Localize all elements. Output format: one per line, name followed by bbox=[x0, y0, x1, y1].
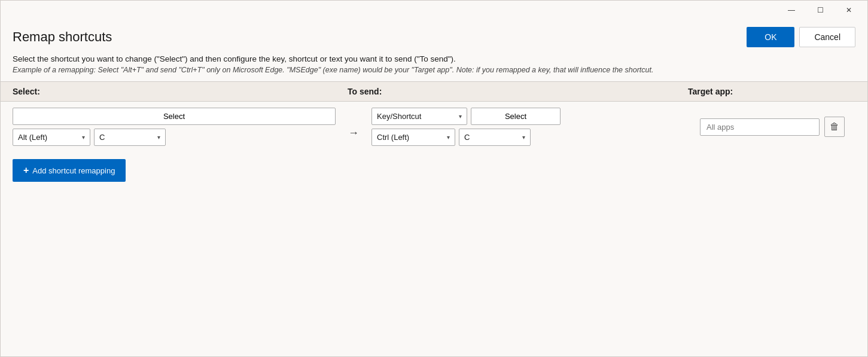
description-example: Example of a remapping: Select "Alt+T" a… bbox=[13, 66, 855, 74]
send-select-button[interactable]: Select bbox=[471, 108, 561, 125]
maximize-button[interactable]: ☐ bbox=[806, 1, 834, 20]
close-button[interactable]: ✕ bbox=[835, 1, 863, 20]
columns-header: Select: To send: Target app: bbox=[1, 81, 867, 102]
key-shortcut-dropdown[interactable]: Key/Shortcut ▾ bbox=[371, 108, 467, 125]
target-app-column-header: Target app: bbox=[688, 87, 855, 96]
c-send-dropdown[interactable]: C ▾ bbox=[459, 129, 531, 146]
ctrl-left-dropdown[interactable]: Ctrl (Left) ▾ bbox=[371, 129, 455, 146]
key-shortcut-chevron-icon: ▾ bbox=[459, 113, 462, 120]
key-shortcut-value: Key/Shortcut bbox=[377, 112, 421, 121]
target-app-section: 🗑 bbox=[688, 117, 855, 137]
c-chevron-icon: ▾ bbox=[157, 134, 160, 141]
plus-icon: + bbox=[23, 165, 29, 176]
add-shortcut-button[interactable]: + Add shortcut remapping bbox=[13, 159, 126, 182]
c-dropdown[interactable]: C ▾ bbox=[94, 129, 166, 146]
alt-left-chevron-icon: ▾ bbox=[82, 134, 85, 141]
select-shortcut-button[interactable]: Select bbox=[13, 108, 336, 125]
to-send-section: Key/Shortcut ▾ Select Ctrl (Left) ▾ C ▾ bbox=[371, 108, 688, 146]
c-send-chevron-icon: ▾ bbox=[522, 134, 525, 141]
add-shortcut-label: Add shortcut remapping bbox=[32, 166, 115, 175]
header-buttons: OK Cancel bbox=[747, 27, 855, 47]
header-area: Remap shortcuts OK Cancel bbox=[1, 20, 867, 54]
window-title: Remap shortcuts bbox=[13, 29, 112, 45]
ok-button[interactable]: OK bbox=[747, 27, 794, 47]
to-send-column-header: To send: bbox=[348, 87, 688, 96]
select-section: Select Alt (Left) ▾ C ▾ bbox=[13, 108, 336, 146]
arrow-section: → bbox=[336, 115, 371, 139]
target-app-input[interactable] bbox=[700, 118, 820, 136]
alt-left-dropdown[interactable]: Alt (Left) ▾ bbox=[13, 129, 90, 146]
delete-mapping-button[interactable]: 🗑 bbox=[824, 117, 845, 137]
cancel-button[interactable]: Cancel bbox=[799, 27, 855, 47]
ctrl-left-value: Ctrl (Left) bbox=[377, 133, 409, 142]
window: — ☐ ✕ Remap shortcuts OK Cancel Select t… bbox=[0, 0, 868, 357]
c-send-value: C bbox=[464, 133, 470, 142]
alt-left-value: Alt (Left) bbox=[18, 133, 47, 142]
mapping-row: Select Alt (Left) ▾ C ▾ → Key/Shortcut bbox=[1, 102, 867, 152]
description-primary: Select the shortcut you want to change (… bbox=[13, 54, 855, 63]
c-value: C bbox=[99, 133, 105, 142]
description-area: Select the shortcut you want to change (… bbox=[1, 54, 867, 81]
arrow-icon: → bbox=[348, 127, 359, 139]
ctrl-left-chevron-icon: ▾ bbox=[447, 134, 450, 141]
select-column-header: Select: bbox=[13, 87, 348, 96]
minimize-button[interactable]: — bbox=[778, 1, 805, 20]
title-bar: — ☐ ✕ bbox=[1, 1, 867, 20]
trash-icon: 🗑 bbox=[830, 121, 839, 132]
